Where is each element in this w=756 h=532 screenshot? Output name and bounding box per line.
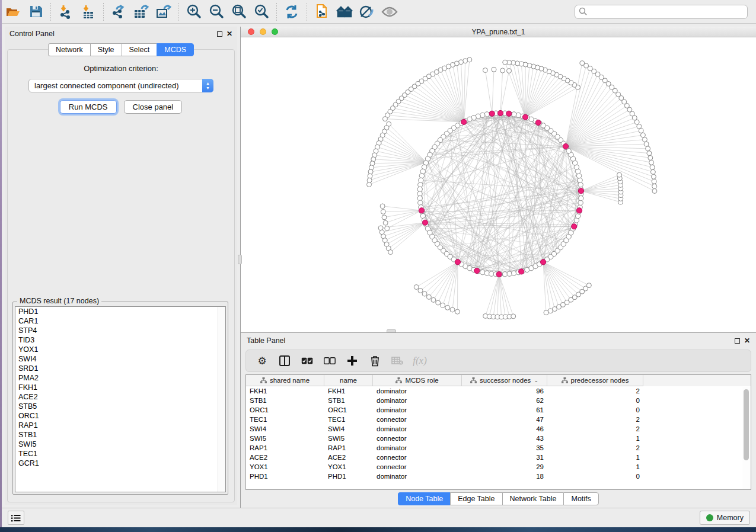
network-window-titlebar[interactable]: YPA_prune.txt_1 bbox=[241, 27, 756, 37]
run-mcds-button[interactable]: Run MCDS bbox=[60, 100, 117, 114]
settings-icon[interactable]: ⚙ bbox=[252, 352, 272, 370]
tab-select[interactable]: Select bbox=[122, 43, 157, 56]
table-cell: 46 bbox=[462, 425, 547, 432]
table-row[interactable]: PHD1PHD1dominator180 bbox=[246, 472, 751, 481]
mcds-result-item[interactable]: GCR1 bbox=[15, 459, 225, 468]
node-table[interactable]: shared namenameMCDS rolesuccessor nodes⌄… bbox=[245, 374, 751, 490]
refresh-network-icon[interactable] bbox=[280, 2, 303, 21]
float-panel-icon[interactable] bbox=[217, 31, 222, 37]
mcds-result-item[interactable]: SRD1 bbox=[15, 364, 225, 373]
table-row[interactable]: ACE2ACE2connector311 bbox=[246, 453, 751, 462]
toggle-style-icon[interactable] bbox=[356, 2, 378, 21]
table-toolbar: ⚙ f(x) bbox=[245, 350, 751, 372]
table-cell: 2 bbox=[547, 444, 643, 451]
table-cell: PHD1 bbox=[246, 473, 324, 480]
close-panel-icon[interactable]: ✕ bbox=[744, 338, 750, 344]
mcds-result-item[interactable]: ORC1 bbox=[15, 411, 225, 421]
tab-network[interactable]: Network bbox=[48, 43, 90, 56]
table-row[interactable]: SWI4SWI4dominator462 bbox=[246, 424, 751, 434]
save-session-icon[interactable] bbox=[24, 2, 47, 21]
float-panel-icon[interactable] bbox=[735, 338, 740, 344]
column-header-predecessor-nodes[interactable]: predecessor nodes bbox=[547, 375, 643, 386]
memory-button[interactable]: Memory bbox=[700, 511, 750, 525]
mcds-result-item[interactable]: YOX1 bbox=[15, 345, 225, 354]
table-row[interactable]: TEC1TEC1connector472 bbox=[246, 415, 751, 424]
split-panel-icon[interactable] bbox=[275, 352, 295, 370]
mcds-result-item[interactable]: RAP1 bbox=[15, 421, 225, 430]
show-panels-button[interactable] bbox=[8, 511, 24, 525]
export-network-icon[interactable] bbox=[107, 2, 130, 21]
mcds-result-item[interactable]: PHD1 bbox=[15, 307, 225, 316]
tab-edge-table[interactable]: Edge Table bbox=[450, 492, 502, 505]
mcds-result-item[interactable]: PMA2 bbox=[15, 373, 225, 383]
control-panel: Control Panel ✕ NetworkStyleSelectMCDS O… bbox=[5, 27, 237, 505]
export-table-icon[interactable] bbox=[130, 2, 152, 21]
delete-column-icon[interactable] bbox=[365, 352, 385, 370]
toggle-visibility-icon[interactable] bbox=[378, 2, 401, 21]
mcds-result-list[interactable]: PHD1CAR1STP4TID3YOX1SWI4SRD1PMA2FKH1ACE2… bbox=[15, 306, 226, 492]
mcds-list-scrollbar[interactable] bbox=[218, 307, 225, 492]
column-header-shared-name[interactable]: shared name bbox=[246, 375, 324, 386]
deselect-all-icon[interactable] bbox=[320, 352, 340, 370]
column-header-MCDS-role[interactable]: MCDS role bbox=[373, 375, 462, 386]
close-panel-button[interactable]: Close panel bbox=[124, 100, 183, 114]
mcds-result-item[interactable]: ACE2 bbox=[15, 392, 225, 402]
column-header-successor-nodes[interactable]: successor nodes⌄ bbox=[462, 375, 547, 386]
search-input[interactable] bbox=[588, 8, 744, 16]
table-cell: 2 bbox=[547, 387, 643, 395]
table-scrollbar-thumb[interactable] bbox=[744, 389, 749, 460]
zoom-out-icon[interactable] bbox=[205, 2, 228, 21]
tab-style[interactable]: Style bbox=[90, 43, 122, 56]
table-scrollbar[interactable] bbox=[742, 387, 750, 489]
control-panel-header: Control Panel ✕ bbox=[5, 27, 237, 41]
table-cell: 2 bbox=[547, 416, 643, 423]
mcds-result-item[interactable]: FKH1 bbox=[15, 383, 225, 392]
tab-mcds[interactable]: MCDS bbox=[157, 43, 194, 56]
table-panel-title: Table Panel bbox=[247, 336, 285, 345]
table-row[interactable]: ORC1ORC1dominator610 bbox=[246, 405, 751, 415]
network-window: YPA_prune.txt_1 bbox=[240, 27, 756, 332]
criterion-selected-value: largest connected component (undirected) bbox=[29, 81, 202, 90]
home-layout-icon[interactable] bbox=[333, 2, 356, 21]
mcds-result-item[interactable]: TEC1 bbox=[15, 449, 225, 459]
mcds-result-item[interactable]: STP4 bbox=[15, 326, 225, 335]
table-row[interactable]: STB1STB1dominator620 bbox=[246, 396, 751, 405]
table-row[interactable]: YOX1YOX1connector291 bbox=[246, 462, 751, 472]
table-cell: SWI4 bbox=[246, 425, 324, 432]
column-header-name[interactable]: name bbox=[324, 375, 373, 386]
vertical-splitter-handle[interactable] bbox=[238, 255, 242, 264]
network-canvas[interactable] bbox=[241, 37, 756, 332]
zoom-selected-icon[interactable] bbox=[250, 2, 273, 21]
mcds-result-item[interactable]: SWI4 bbox=[15, 354, 225, 364]
table-cell: SWI5 bbox=[246, 435, 324, 442]
zoom-fit-icon[interactable] bbox=[228, 2, 250, 21]
table-row[interactable]: SWI5SWI5connector431 bbox=[246, 434, 751, 443]
table-row[interactable]: FKH1FKH1dominator962 bbox=[246, 386, 751, 396]
criterion-select[interactable]: largest connected component (undirected)… bbox=[28, 79, 213, 92]
network-from-file-icon[interactable] bbox=[311, 2, 333, 21]
close-panel-icon[interactable]: ✕ bbox=[227, 31, 232, 37]
export-image-icon[interactable] bbox=[152, 2, 175, 21]
tab-network-table[interactable]: Network Table bbox=[502, 492, 564, 505]
mcds-result-item[interactable]: CAR1 bbox=[15, 316, 225, 326]
import-table-icon[interactable] bbox=[77, 2, 100, 21]
mcds-result-item[interactable]: STB1 bbox=[15, 430, 225, 440]
network-graph[interactable] bbox=[241, 37, 755, 332]
table-row[interactable]: RAP1RAP1dominator352 bbox=[246, 443, 751, 453]
mcds-result-group: MCDS result (17 nodes) PHD1CAR1STP4TID3Y… bbox=[12, 302, 228, 495]
zoom-in-icon[interactable] bbox=[183, 2, 205, 21]
table-cell: ORC1 bbox=[246, 406, 324, 414]
table-cell: 62 bbox=[462, 397, 547, 404]
table-cell: 96 bbox=[462, 387, 547, 395]
tab-node-table[interactable]: Node Table bbox=[398, 492, 450, 505]
search-box[interactable] bbox=[575, 5, 748, 19]
mcds-result-item[interactable]: STB5 bbox=[15, 402, 225, 411]
mcds-result-item[interactable]: TID3 bbox=[15, 335, 225, 345]
tab-motifs[interactable]: Motifs bbox=[563, 492, 598, 505]
open-session-icon[interactable] bbox=[2, 2, 24, 21]
import-network-icon[interactable] bbox=[55, 2, 77, 21]
add-column-icon[interactable] bbox=[342, 352, 362, 370]
mcds-result-item[interactable]: SWI5 bbox=[15, 440, 225, 449]
select-all-icon[interactable] bbox=[297, 352, 317, 370]
table-cell: ACE2 bbox=[324, 454, 373, 461]
